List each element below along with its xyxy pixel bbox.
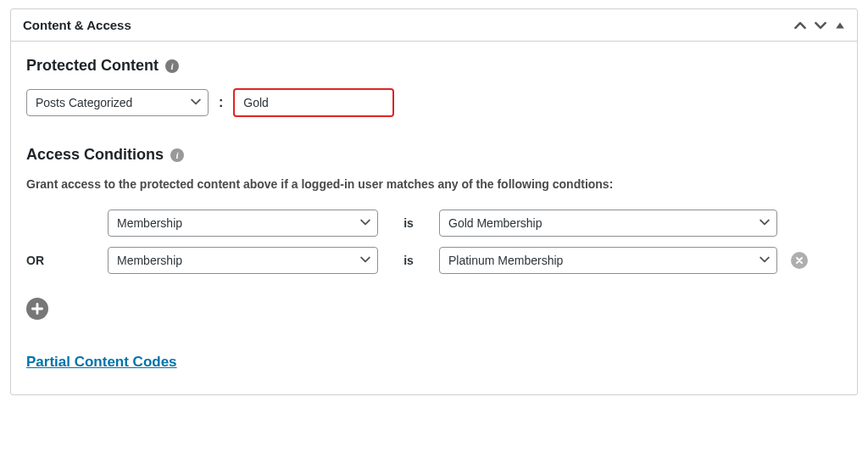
- access-conditions-heading: Access Conditions i: [26, 146, 842, 164]
- panel-body: Protected Content i Posts Categorized : …: [11, 42, 857, 394]
- protected-type-select[interactable]: Posts Categorized: [26, 89, 209, 116]
- protected-content-heading-text: Protected Content: [26, 57, 159, 75]
- condition-value-select[interactable]: Platinum Membership: [439, 247, 777, 274]
- panel-header: Content & Access: [11, 9, 857, 42]
- conditions-list: Membership is Gold Membership OR M: [26, 210, 842, 274]
- access-conditions-heading-text: Access Conditions: [26, 146, 164, 164]
- protected-value-input[interactable]: [233, 88, 394, 117]
- info-icon[interactable]: i: [170, 148, 184, 162]
- add-condition-button[interactable]: [26, 298, 48, 320]
- move-up-icon[interactable]: [794, 20, 806, 31]
- collapse-toggle-icon[interactable]: [835, 20, 845, 31]
- chevron-down-icon: [360, 254, 370, 267]
- condition-verb: is: [392, 254, 426, 267]
- chevron-down-icon: [760, 216, 770, 230]
- separator: :: [219, 95, 223, 110]
- condition-key-select[interactable]: Membership: [108, 210, 378, 237]
- panel-controls: [794, 20, 845, 31]
- or-label: OR: [26, 254, 94, 267]
- chevron-down-icon: [191, 96, 201, 109]
- protected-content-row: Posts Categorized :: [26, 88, 842, 117]
- protected-content-heading: Protected Content i: [26, 57, 842, 75]
- condition-key-value: Membership: [117, 216, 182, 230]
- condition-row: Membership is Gold Membership: [26, 210, 842, 237]
- info-icon[interactable]: i: [165, 59, 179, 73]
- panel-title: Content & Access: [23, 18, 131, 32]
- chevron-down-icon: [760, 254, 770, 267]
- protected-type-value: Posts Categorized: [36, 96, 132, 109]
- condition-verb: is: [392, 216, 426, 230]
- partial-content-codes-link[interactable]: Partial Content Codes: [26, 354, 177, 371]
- condition-key-select[interactable]: Membership: [108, 247, 378, 274]
- condition-value-select[interactable]: Gold Membership: [439, 210, 777, 237]
- content-access-panel: Content & Access Protected Content i Pos…: [10, 8, 858, 395]
- access-description: Grant access to the protected content ab…: [26, 177, 842, 191]
- move-down-icon[interactable]: [815, 20, 826, 31]
- chevron-down-icon: [360, 216, 370, 230]
- condition-key-value: Membership: [117, 254, 182, 267]
- condition-row: OR Membership is Platinum Membership: [26, 247, 842, 274]
- condition-value: Platinum Membership: [448, 254, 563, 267]
- remove-condition-button[interactable]: [791, 252, 808, 269]
- condition-value: Gold Membership: [448, 216, 542, 230]
